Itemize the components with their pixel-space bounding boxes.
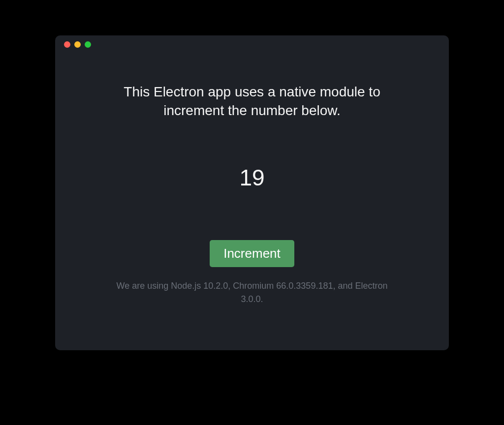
app-window: This Electron app uses a native module t… [55,35,449,350]
titlebar [55,35,449,53]
maximize-icon[interactable] [85,41,91,48]
counter-value: 19 [239,164,264,191]
version-footer: We are using Node.js 10.2.0, Chromium 66… [114,279,390,331]
window-content: This Electron app uses a native module t… [55,53,449,350]
heading-text: This Electron app uses a native module t… [94,83,410,120]
minimize-icon[interactable] [74,41,81,48]
close-icon[interactable] [64,41,70,48]
increment-button[interactable]: Increment [210,240,294,267]
